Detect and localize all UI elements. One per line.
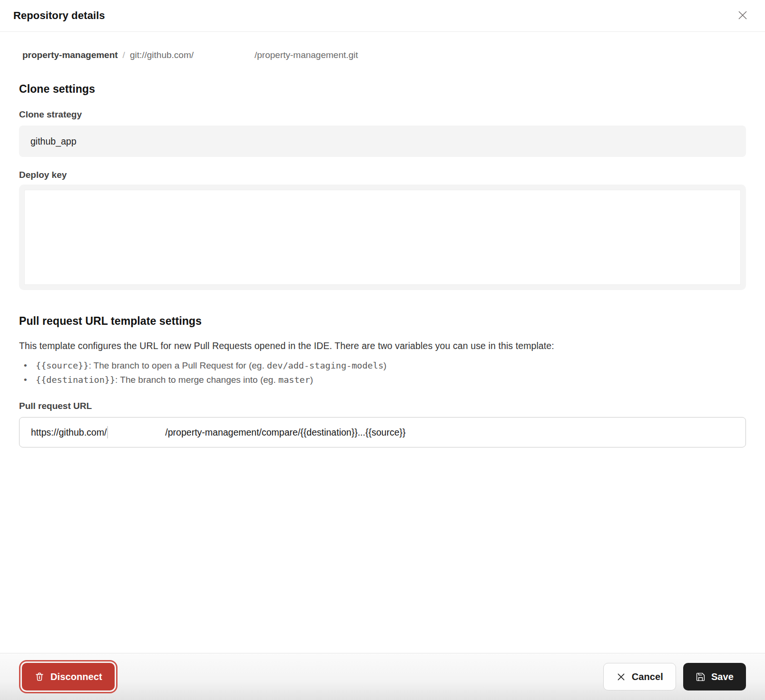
- variable-source: {{source}}: [36, 360, 88, 370]
- pr-url-input[interactable]: https://github.com//property-management/…: [19, 417, 746, 447]
- list-item: {{source}}: The branch to open a Pull Re…: [19, 359, 746, 373]
- variable-destination-desc: : The branch to merge changes into (eg.: [115, 375, 278, 385]
- variable-source-paren: ): [383, 360, 386, 370]
- clone-strategy-field[interactable]: github_app: [19, 126, 746, 157]
- trash-icon: [34, 671, 45, 682]
- modal-header: Repository details: [0, 0, 765, 32]
- variable-source-example: dev/add-staging-models: [267, 360, 383, 370]
- deploy-key-field-frame: [19, 185, 746, 290]
- close-button[interactable]: [735, 8, 751, 24]
- template-variable-list: {{source}}: The branch to open a Pull Re…: [19, 359, 746, 387]
- deploy-key-label: Deploy key: [19, 170, 746, 180]
- disconnect-button-label: Disconnect: [50, 671, 102, 682]
- breadcrumb-url-prefix: git://github.com/: [130, 50, 194, 60]
- disconnect-button[interactable]: Disconnect: [22, 663, 115, 690]
- pr-template-heading: Pull request URL template settings: [19, 315, 746, 328]
- page-title: Repository details: [13, 10, 105, 22]
- cancel-x-icon: [616, 672, 626, 682]
- breadcrumb: property-management / git://github.com/ …: [19, 50, 746, 60]
- modal-footer: Disconnect Cancel Save: [0, 653, 765, 700]
- cancel-button[interactable]: Cancel: [603, 663, 676, 690]
- close-icon: [736, 9, 749, 23]
- breadcrumb-separator: /: [123, 50, 125, 60]
- breadcrumb-url-suffix: /property-management.git: [255, 50, 358, 60]
- clone-strategy-label: Clone strategy: [19, 109, 746, 120]
- save-button-label: Save: [711, 671, 734, 682]
- list-item: {{destination}}: The branch to merge cha…: [19, 373, 746, 387]
- text-cursor: [107, 426, 108, 438]
- save-button[interactable]: Save: [683, 663, 746, 690]
- footer-actions: Cancel Save: [603, 663, 746, 690]
- pr-url-label: Pull request URL: [19, 401, 746, 411]
- variable-destination-example: master: [278, 375, 310, 385]
- deploy-key-textarea[interactable]: [24, 190, 741, 285]
- save-icon: [696, 672, 706, 682]
- pr-url-value-prefix: https://github.com/: [31, 427, 107, 438]
- variable-source-desc: : The branch to open a Pull Request for …: [88, 360, 267, 370]
- variable-destination-paren: ): [310, 375, 313, 385]
- modal-body: property-management / git://github.com/ …: [0, 32, 765, 447]
- pr-url-value-suffix: /property-management/compare/{{destinati…: [165, 427, 405, 438]
- cancel-button-label: Cancel: [632, 671, 663, 682]
- pr-template-description: This template configures the URL for new…: [19, 340, 746, 351]
- clone-settings-heading: Clone settings: [19, 83, 746, 96]
- breadcrumb-repo-name: property-management: [22, 50, 118, 60]
- clone-strategy-value: github_app: [30, 136, 77, 147]
- variable-destination: {{destination}}: [36, 375, 115, 385]
